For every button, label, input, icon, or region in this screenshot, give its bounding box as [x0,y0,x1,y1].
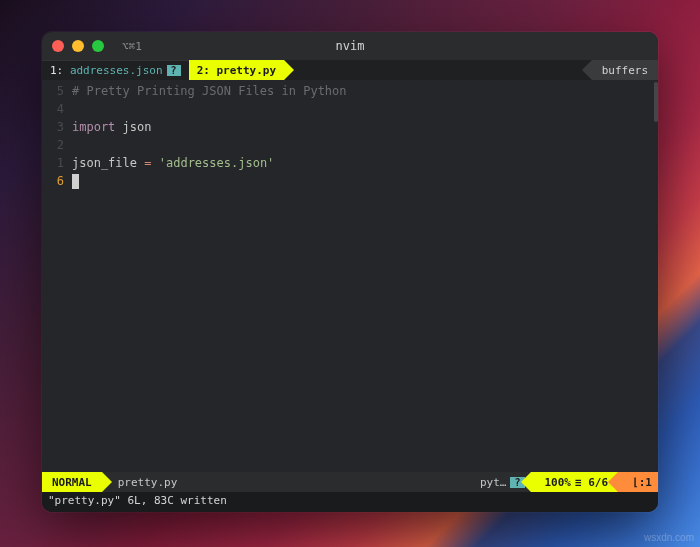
line-number-gutter: 5 4 3 2 1 6 [42,82,72,472]
line-number: 1 [42,154,64,172]
line-number: 4 [42,100,64,118]
cursor-icon [72,174,79,189]
percent-segment: 100% ≡ 6/6 [531,472,619,492]
mode-indicator: NORMAL [42,472,102,492]
percent-value: 100% [545,476,572,489]
window-title: nvim [336,39,365,53]
buffer-number: 1: [50,64,63,77]
filetype-label: pyt… [480,476,507,489]
buffer-flag-icon: ? [167,65,181,76]
close-icon[interactable] [52,40,64,52]
code-op: = [144,156,151,170]
buffer-tab-addresses[interactable]: 1: addresses.json ? [42,60,189,80]
buffers-label: buffers [592,60,658,80]
minimize-icon[interactable] [72,40,84,52]
code-module: json [123,120,152,134]
scrollbar[interactable] [654,82,658,122]
traffic-lights [52,40,104,52]
code-var: json_file [72,156,137,170]
code-keyword: import [72,120,115,134]
buffer-name: pretty.py [217,64,277,77]
code-content[interactable]: # Pretty Printing JSON Files in Python i… [72,82,658,472]
tab-indicator: ⌥⌘1 [122,40,142,53]
buffer-tabline: 1: addresses.json ? 2: pretty.py buffers [42,60,658,80]
buffer-number: 2: [197,64,210,77]
editor-area[interactable]: 5 4 3 2 1 6 # Pretty Printing JSON Files… [42,80,658,472]
maximize-icon[interactable] [92,40,104,52]
line-number: 3 [42,118,64,136]
line-count: ≡ 6/6 [575,476,608,489]
status-line: NORMAL pretty.py pyt… ? 100% ≡ 6/6 ⌊:1 [42,472,658,492]
position-segment: ⌊:1 [618,472,658,492]
line-number: 5 [42,82,64,100]
current-line-number: 6 [42,172,64,190]
buffer-name: addresses.json [70,64,163,77]
watermark: wsxdn.com [644,532,694,543]
command-line[interactable]: "pretty.py" 6L, 83C written [42,492,658,512]
code-comment: # Pretty Printing JSON Files in Python [72,84,347,98]
line-number: 2 [42,136,64,154]
titlebar[interactable]: ⌥⌘1 nvim [42,32,658,60]
terminal-window: ⌥⌘1 nvim 1: addresses.json ? 2: pretty.p… [42,32,658,512]
code-string: 'addresses.json' [159,156,275,170]
buffer-tab-pretty[interactable]: 2: pretty.py [189,60,284,80]
status-filename: pretty.py [102,472,186,492]
